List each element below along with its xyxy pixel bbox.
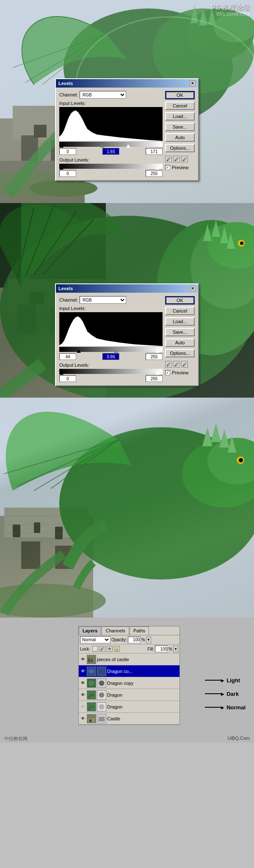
- gray-eyedropper-1[interactable]: 🖊: [173, 156, 180, 162]
- normal-arrow: [205, 705, 224, 710]
- mid-point-slider-1[interactable]: [100, 144, 105, 148]
- lock-all-icon[interactable]: 🔒: [114, 646, 120, 652]
- save-button-1[interactable]: Save...: [165, 123, 195, 131]
- levels-dialog-2-titlebar[interactable]: Levels ✕: [56, 284, 198, 293]
- layer-thumb-dragon-copy: [87, 678, 96, 688]
- load-button-2[interactable]: Load...: [165, 317, 195, 326]
- output-white-2[interactable]: 255: [146, 375, 163, 382]
- gray-eyedropper-2[interactable]: 🖊: [173, 361, 180, 368]
- layer-row-dragon-2[interactable]: 👁 Dragon: [79, 701, 179, 713]
- layer-mask-dragon-1: [97, 690, 106, 700]
- levels-dialog-2-right: OK Cancel Load... Save... Auto Options..…: [165, 296, 195, 382]
- levels-dialog-2[interactable]: Levels ✕ Channel: RGB Input Levels:: [55, 283, 199, 386]
- auto-button-2[interactable]: Auto: [165, 338, 195, 347]
- save-button-2[interactable]: Save...: [165, 328, 195, 336]
- output-slider-1[interactable]: [59, 164, 163, 169]
- layer-name-dragon-1: Dragon: [107, 692, 178, 698]
- layer-eye-castle[interactable]: 👁: [80, 716, 86, 722]
- levels-dialog-1[interactable]: Levels ✕ Channel: RGB Input Levels:: [55, 78, 199, 181]
- white-point-slider-2[interactable]: [155, 349, 160, 353]
- output-black-1[interactable]: 0: [59, 170, 76, 177]
- layer-eye-dragon-co[interactable]: 👁: [80, 668, 86, 674]
- white-eyedropper-1[interactable]: 🖊: [181, 156, 188, 162]
- cancel-button-1[interactable]: Cancel: [165, 102, 195, 110]
- tab-paths[interactable]: Paths: [130, 626, 149, 635]
- input-black-2[interactable]: 44: [59, 353, 76, 360]
- svg-rect-70: [88, 658, 90, 662]
- ok-button-1[interactable]: OK: [165, 91, 195, 99]
- input-white-1[interactable]: 171: [146, 148, 163, 155]
- layer-row-dragon-1[interactable]: 👁 Dragon: [79, 689, 179, 701]
- input-black-1[interactable]: 0: [59, 148, 76, 155]
- ok-button-2[interactable]: OK: [165, 296, 195, 305]
- tab-channels[interactable]: Channels: [102, 626, 129, 635]
- layer-eye-pieces[interactable]: 👁: [80, 656, 86, 662]
- black-eyedropper-1[interactable]: 🖊: [165, 156, 172, 162]
- annotation-normal: Normal: [205, 701, 246, 713]
- input-slider-2[interactable]: [59, 347, 163, 352]
- channel-select-2[interactable]: RGB: [80, 296, 126, 304]
- output-black-2[interactable]: 0: [59, 375, 76, 382]
- svg-rect-71: [91, 659, 93, 662]
- svg-rect-47: [13, 525, 20, 537]
- preview-checkbox-2[interactable]: ✓: [165, 370, 170, 375]
- input-mid-2[interactable]: 0.86: [102, 353, 119, 360]
- output-white-1[interactable]: 255: [146, 170, 163, 177]
- output-white-slider-2[interactable]: [155, 371, 160, 375]
- output-level-values-1: 0 255: [59, 170, 163, 177]
- black-eyedropper-2[interactable]: 🖊: [165, 361, 172, 368]
- options-button-1[interactable]: Options...: [165, 144, 195, 152]
- lock-transparent-icon[interactable]: ⬜: [92, 646, 98, 652]
- section3-image: [0, 398, 254, 618]
- opacity-input[interactable]: [128, 637, 141, 643]
- white-eyedropper-2[interactable]: 🖊: [181, 361, 188, 368]
- output-slider-2[interactable]: [59, 369, 163, 374]
- options-button-2[interactable]: Options...: [165, 349, 195, 357]
- auto-button-1[interactable]: Auto: [165, 133, 195, 142]
- cancel-button-2[interactable]: Cancel: [165, 307, 195, 315]
- levels-dialog-2-close[interactable]: ✕: [190, 286, 196, 291]
- layer-name-dragon-co: Dragon co...: [107, 669, 178, 674]
- preview-row-2: ✓ Preview: [165, 370, 195, 375]
- lock-brush-icon[interactable]: 🖊: [99, 646, 105, 652]
- layer-row-castle[interactable]: 👁 Castle: [79, 713, 179, 725]
- layer-eye-dragon-copy[interactable]: 👁: [80, 680, 86, 686]
- levels-dialog-1-close[interactable]: ✕: [190, 80, 196, 86]
- blend-mode-select[interactable]: Normal: [80, 636, 110, 643]
- layer-eye-dragon-1[interactable]: 👁: [80, 692, 86, 698]
- load-button-1[interactable]: Load...: [165, 112, 195, 121]
- svg-marker-21: [59, 110, 163, 141]
- lock-fill-row: Lock: ⬜ 🖊 ✛ 🔒 Fill: % ▼: [79, 645, 179, 654]
- layer-eye-dragon-2[interactable]: 👁: [80, 704, 86, 710]
- layer-thumb-dragon-co: [87, 667, 96, 676]
- preview-row-1: ✓ Preview: [165, 165, 195, 170]
- black-point-slider-2[interactable]: [77, 349, 81, 353]
- fill-input[interactable]: [155, 646, 168, 652]
- layer-row-pieces[interactable]: 👁 pieces of castle: [79, 654, 179, 665]
- input-mid-1[interactable]: 1.65: [102, 148, 119, 155]
- output-level-values-2: 0 255: [59, 375, 163, 382]
- section2-canvas: Levels ✕ Channel: RGB Input Levels:: [0, 203, 254, 398]
- opacity-arrow[interactable]: ▼: [146, 637, 151, 643]
- output-black-slider-2[interactable]: [59, 371, 64, 375]
- bottom-watermark-left: 中恒教程网: [4, 736, 28, 742]
- preview-checkbox-1[interactable]: ✓: [165, 165, 170, 170]
- levels-dialog-1-titlebar[interactable]: Levels ✕: [56, 79, 198, 88]
- input-white-2[interactable]: 255: [146, 353, 163, 360]
- output-white-slider-1[interactable]: [155, 166, 160, 170]
- svg-point-64: [239, 458, 243, 462]
- channel-select-1[interactable]: RGB: [80, 91, 126, 99]
- layer-thumb-dragon-1: [87, 690, 96, 700]
- tab-layers[interactable]: Layers: [79, 626, 101, 635]
- layer-row-dragon-co[interactable]: 👁 Dragon co...: [79, 665, 179, 677]
- section2-image: Levels ✕ Channel: RGB Input Levels:: [0, 203, 254, 398]
- layers-tabs: Layers Channels Paths: [79, 626, 179, 635]
- white-point-slider-1[interactable]: [126, 144, 130, 148]
- black-point-slider-1[interactable]: [59, 144, 64, 148]
- lock-move-icon[interactable]: ✛: [107, 646, 113, 652]
- layer-row-dragon-copy[interactable]: 👁 Dragon copy: [79, 677, 179, 689]
- fill-arrow[interactable]: ▼: [173, 646, 178, 652]
- output-black-slider-1[interactable]: [59, 166, 64, 170]
- input-slider-1[interactable]: [59, 142, 163, 147]
- mid-point-slider-2[interactable]: [114, 349, 118, 353]
